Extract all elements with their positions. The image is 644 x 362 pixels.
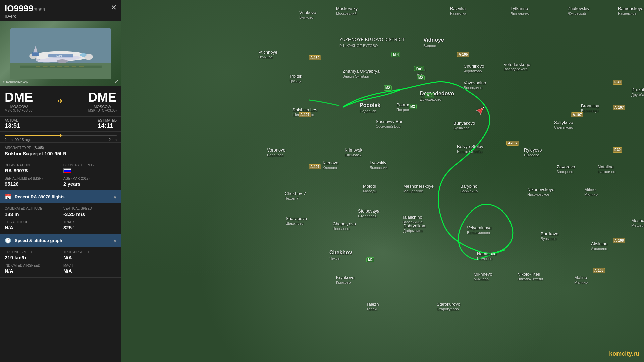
panel-header: IO9999/9999 IrAero ✕ <box>0 0 121 21</box>
route-section: DME MOSCOW MSK (UTC +03:00) ✈ DME MOSCOW… <box>0 86 121 117</box>
road-badge: A-108 <box>593 268 605 273</box>
serial-block: SERIAL NUMBER (MSN) 95126 <box>5 177 58 187</box>
road-badge: E30 <box>613 147 622 153</box>
country-block: COUNTRY OF REG. <box>63 163 117 173</box>
road-badge: M2 <box>417 75 425 80</box>
road-badge: A-107 <box>309 164 321 169</box>
speed-section: GROUND SPEED 219 km/h TRUE AIRSPEED N/A … <box>0 247 121 278</box>
registration-block: REGISTRATION RA-89078 <box>5 163 58 173</box>
calendar-icon: 📅 <box>5 194 11 200</box>
dest-airport: DME MOSCOW MSK (UTC +03:00) <box>88 90 117 112</box>
road-badge: M-4 <box>425 93 434 98</box>
speed-graph-header[interactable]: 🕐 Speed & altitude graph ∨ <box>0 234 121 247</box>
svg-point-10 <box>80 53 87 57</box>
road-badge: M2 <box>366 257 374 262</box>
road-badge: A-107 <box>613 105 625 110</box>
ground-speed-block: GROUND SPEED 219 km/h <box>5 250 58 260</box>
road-badge: Ym4 <box>414 66 424 71</box>
progress-fill <box>5 135 61 136</box>
road-badge: A-130 <box>309 55 321 60</box>
road-badge: A-105 <box>457 52 469 57</box>
close-button[interactable]: ✕ <box>111 3 117 12</box>
time-row: ACTUAL 13:51 ESTIMATED 14:11 <box>0 117 121 132</box>
flight-info-panel: IO9999/9999 IrAero ✕ <box>0 0 121 362</box>
route-arrow: ✈ <box>58 97 64 106</box>
aircraft-image: IrAero <box>10 28 111 79</box>
svg-point-9 <box>57 59 68 63</box>
landing-plane-icon: ✈ <box>58 97 64 106</box>
road-badge: A-107 <box>299 112 311 117</box>
actual-time-block: ACTUAL 13:51 <box>5 119 20 129</box>
age-block: AGE (MAR 2017) 2 years <box>63 177 117 187</box>
flight-id-container: IO9999/9999 IrAero <box>5 3 45 19</box>
airline-name: IrAero <box>5 14 45 19</box>
origin-airport: DME MOSCOW MSK (UTC +03:00) <box>5 90 33 112</box>
cal-alt-block: CALIBRATED ALTITUDE 183 m <box>5 207 58 217</box>
map-watermark: komcity.ru <box>609 350 639 357</box>
photo-credit: © KomradAlexey <box>3 80 28 84</box>
altitude-section: CALIBRATED ALTITUDE 183 m VERTICAL SPEED… <box>0 203 121 234</box>
aircraft-photo: IrAero © KomradAlexey ⤢ <box>0 21 121 86</box>
progress-plane-icon: ✈ <box>58 132 63 139</box>
gps-alt-block: GPS ALTITUDE N/A <box>5 220 58 230</box>
svg-rect-1 <box>10 63 111 79</box>
clock-icon: 🕐 <box>5 237 11 244</box>
vert-speed-block: VERTICAL SPEED -3.25 m/s <box>63 207 117 217</box>
progress-bar: ✈ <box>5 135 117 136</box>
progress-section: ✈ 2 km, 00:15 ago 2 km <box>0 132 121 143</box>
mach-block: MACH N/A <box>63 264 117 274</box>
road-badge: A-107 <box>506 141 519 146</box>
road-badge: M2 <box>409 104 417 109</box>
road-badge: A-107 <box>571 112 583 117</box>
map-container[interactable]: VnukovoВнуковоMoskovskyМосковскийRazvika… <box>121 0 644 362</box>
flight-path-overlay <box>121 0 644 362</box>
svg-rect-13 <box>32 52 39 56</box>
road-badge: E30 <box>613 80 622 85</box>
ias-block: INDICATED AIRSPEED N/A <box>5 264 58 274</box>
svg-text:IrAero: IrAero <box>56 55 62 57</box>
true-airspeed-block: TRUE AIRSPEED N/A <box>63 250 117 260</box>
speed-graph-chevron: ∨ <box>113 238 117 243</box>
photo-expand-icon[interactable]: ⤢ <box>115 79 119 84</box>
road-badge: M-4 <box>391 52 400 57</box>
aircraft-type-section: AIRCRAFT TYPE (SU95) Sukhoi Superjet 100… <box>0 143 121 160</box>
road-badge: M2 <box>384 85 392 90</box>
flight-id: IO9999/9999 <box>5 3 45 14</box>
aircraft-details-grid: REGISTRATION RA-89078 COUNTRY OF REG. SE… <box>0 160 121 190</box>
recent-flights-header[interactable]: 📅 Recent RA-89078 flights ∨ <box>0 190 121 203</box>
road-badge: A-108 <box>613 238 625 243</box>
recent-flights-chevron: ∨ <box>113 194 117 200</box>
estimated-time-block: ESTIMATED 14:11 <box>98 119 117 129</box>
russia-flag-icon <box>63 168 71 173</box>
track-block: TRACK 325° <box>63 220 117 230</box>
